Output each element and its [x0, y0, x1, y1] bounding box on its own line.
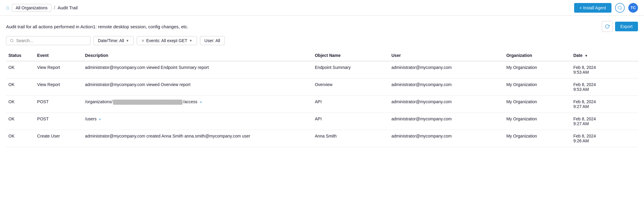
cell-status: OK: [6, 79, 35, 96]
svg-point-0: [618, 6, 621, 9]
cell-date: Feb 8, 20249:27 AM: [571, 113, 638, 130]
cell-object-name: Overview: [312, 79, 389, 96]
cell-object-name: Anna Smith: [312, 130, 389, 147]
cell-event: View Report: [35, 61, 83, 79]
cell-user: administrator@mycompany.com: [389, 96, 504, 113]
table-row: OKView Reportadministrator@mycompany.com…: [6, 61, 638, 79]
col-header-organization: Organization: [504, 50, 571, 61]
cell-organization: My Organization: [504, 130, 571, 147]
cell-object-name: API: [312, 96, 389, 113]
search-box[interactable]: [6, 36, 90, 45]
cell-status: OK: [6, 61, 35, 79]
cell-event: POST: [35, 113, 83, 130]
datetime-filter-button[interactable]: Date/Time: All ▼: [93, 36, 134, 45]
breadcrumb-org[interactable]: All Organizations: [12, 4, 52, 12]
breadcrumb-separator: /: [54, 5, 55, 11]
table-row: OKCreate Useradministrator@mycompany.com…: [6, 130, 638, 147]
cell-status: OK: [6, 113, 35, 130]
cell-organization: My Organization: [504, 61, 571, 79]
cell-date: Feb 8, 20249:26 AM: [571, 130, 638, 147]
install-agent-button[interactable]: + Install Agent: [574, 3, 611, 13]
cell-description: administrator@mycompany.com viewed Overv…: [83, 79, 312, 96]
svg-line-1: [621, 9, 622, 10]
col-header-status: Status: [6, 50, 35, 61]
blurred-text: 7█████ 5u3 479 6790 f63ec23d8396: [113, 100, 182, 105]
search-input[interactable]: [16, 38, 86, 43]
svg-point-2: [11, 39, 13, 42]
chevron-down-icon: ▼: [126, 39, 129, 42]
col-header-date[interactable]: Date ▼: [571, 50, 638, 61]
cell-user: administrator@mycompany.com: [389, 61, 504, 79]
cell-event: POST: [35, 96, 83, 113]
main-content: Audit trail for all actions performed in…: [0, 16, 644, 153]
cell-date: Feb 8, 20249:53 AM: [571, 61, 638, 79]
svg-line-3: [13, 41, 13, 42]
cell-organization: My Organization: [504, 96, 571, 113]
cell-description: /organizations/7█████ 5u3 479 6790 f63ec…: [83, 96, 312, 113]
cell-date: Feb 8, 20249:27 AM: [571, 96, 638, 113]
topbar-right: + Install Agent TC: [574, 3, 638, 13]
topbar-left: ⌂ All Organizations / Audit Trail: [6, 4, 78, 12]
audit-description: Audit trail for all actions performed in…: [6, 24, 188, 29]
col-header-object-name: Object Name: [312, 50, 389, 61]
cell-organization: My Organization: [504, 79, 571, 96]
cell-user: administrator@mycompany.com: [389, 79, 504, 96]
desc-actions: Export: [602, 21, 638, 32]
topbar: ⌂ All Organizations / Audit Trail + Inst…: [0, 0, 644, 16]
filter-bar: Date/Time: All ▼ ✕ Events: All exept GET…: [6, 36, 638, 45]
table-row: OKPOST/users »APIadministrator@mycompany…: [6, 113, 638, 130]
cell-organization: My Organization: [504, 113, 571, 130]
table-header-row: Status Event Description Object Name Use…: [6, 50, 638, 61]
sort-desc-icon: ▼: [585, 54, 588, 57]
user-filter: User: All: [200, 36, 225, 45]
table-row: OKPOST/organizations/7█████ 5u3 479 6790…: [6, 96, 638, 113]
table-row: OKView Reportadministrator@mycompany.com…: [6, 79, 638, 96]
events-filter-button[interactable]: ✕ Events: All exept GET ▼: [137, 36, 197, 45]
expand-icon[interactable]: »: [199, 100, 202, 104]
cell-date: Feb 8, 20249:53 AM: [571, 79, 638, 96]
export-button[interactable]: Export: [615, 22, 638, 31]
avatar[interactable]: TC: [628, 3, 638, 13]
col-header-description: Description: [83, 50, 312, 61]
col-header-user: User: [389, 50, 504, 61]
cell-object-name: Endpoint Summary: [312, 61, 389, 79]
cell-description: /users »: [83, 113, 312, 130]
cell-status: OK: [6, 96, 35, 113]
cell-user: administrator@mycompany.com: [389, 113, 504, 130]
cell-event: View Report: [35, 79, 83, 96]
filter-close-icon[interactable]: ✕: [141, 39, 145, 43]
audit-table: Status Event Description Object Name Use…: [6, 50, 638, 147]
cell-user: administrator@mycompany.com: [389, 130, 504, 147]
cell-object-name: API: [312, 113, 389, 130]
search-nav-icon[interactable]: [615, 3, 625, 13]
cell-status: OK: [6, 130, 35, 147]
search-icon: [10, 39, 14, 43]
col-header-event: Event: [35, 50, 83, 61]
cell-description: administrator@mycompany.com viewed Endpo…: [83, 61, 312, 79]
cell-description: administrator@mycompany.com created Anna…: [83, 130, 312, 147]
expand-icon[interactable]: »: [98, 117, 101, 121]
chevron-down-icon: ▼: [189, 39, 192, 42]
refresh-button[interactable]: [602, 21, 613, 32]
cell-event: Create User: [35, 130, 83, 147]
breadcrumb-page: Audit Trail: [58, 5, 78, 10]
description-bar: Audit trail for all actions performed in…: [6, 21, 638, 32]
home-icon[interactable]: ⌂: [6, 5, 9, 11]
